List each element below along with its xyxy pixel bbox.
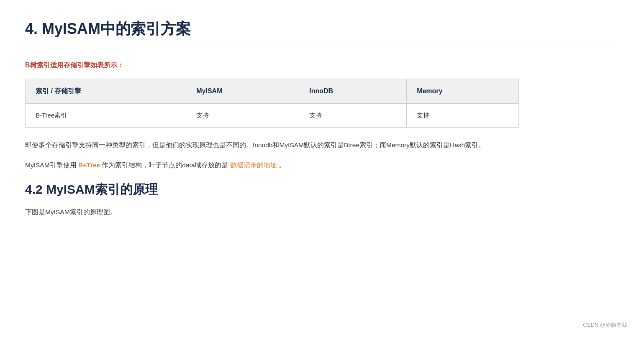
table-body: B-Tree索引 支持 支持 支持 <box>26 103 519 127</box>
section-divider <box>25 48 619 48</box>
page-title: 4. MyISAM中的索引方案 <box>25 17 619 41</box>
table-header: 索引 / 存储引擎 MyISAM InnoDB Memory <box>26 79 519 104</box>
data-address-link[interactable]: 数据记录的地址 <box>230 161 277 169</box>
cell-innodb-support: 支持 <box>299 103 407 127</box>
col-header-memory: Memory <box>407 79 519 104</box>
cell-index-type: B-Tree索引 <box>26 103 186 127</box>
cell-memory-support: 支持 <box>407 103 519 127</box>
index-table: 索引 / 存储引擎 MyISAM InnoDB Memory B-Tree索引 … <box>25 79 519 128</box>
section-2-title: 4.2 MyISAM索引的原理 <box>25 179 619 200</box>
paragraph-2: MyISAM引擎使用 B+Tree 作为索引结构，叶子节点的data域存放的是 … <box>25 159 519 171</box>
paragraph-2-middle: 作为索引结构，叶子节点的data域存放的是 <box>102 161 228 169</box>
paragraph-2-before: MyISAM引擎使用 <box>25 161 77 169</box>
subtitle: B树索引适用存储引擎如表所示： <box>25 60 619 71</box>
table-row: B-Tree索引 支持 支持 支持 <box>26 103 519 127</box>
col-header-myisam: MyISAM <box>186 79 299 104</box>
paragraph-1: 即使多个存储引擎支持同一种类型的索引，但是他们的实现原理也是不同的。Innodb… <box>25 139 519 151</box>
col-header-index: 索引 / 存储引擎 <box>26 79 186 104</box>
paragraph-3: 下图是MyISAM索引的原理图。 <box>25 206 519 218</box>
paragraph-2-highlight: B+Tree <box>78 161 100 169</box>
paragraph-2-after: 。 <box>279 161 285 169</box>
cell-myisam-support: 支持 <box>186 103 299 127</box>
col-header-innodb: InnoDB <box>299 79 407 104</box>
table-header-row: 索引 / 存储引擎 MyISAM InnoDB Memory <box>26 79 519 104</box>
